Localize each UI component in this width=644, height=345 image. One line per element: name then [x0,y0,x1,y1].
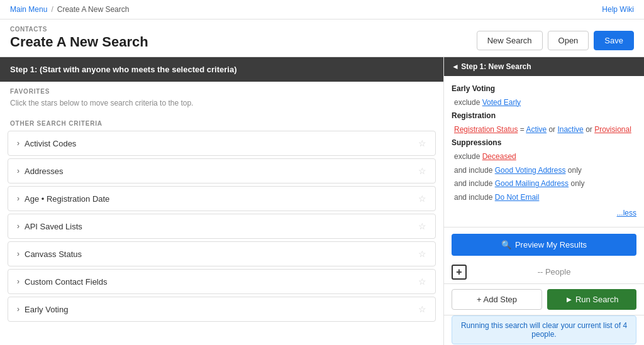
help-wiki-link[interactable]: Help Wiki [602,5,634,14]
favorites-label: FAVORITES [0,82,443,97]
criteria-item-left: › Activist Codes [17,139,76,148]
breadcrumb: Main Menu / Create A New Search [10,5,129,14]
criteria-item-left: › Early Voting [17,305,68,314]
good-mailing-address-link[interactable]: Good Mailing Address [495,179,569,188]
suppressions-group-label: Suppressions [452,136,636,150]
people-count: -- People [472,267,636,277]
chevron-icon: › [17,222,19,231]
criteria-item-left: › Canvass Status [17,249,82,259]
preview-results-label: Preview My Results [515,240,587,249]
step1-header-text: Step 1: (Start with anyone who meets the… [10,65,236,74]
top-nav: Main Menu / Create A New Search Help Wik… [0,0,644,19]
chevron-icon: › [17,305,19,314]
step1-right-header-text: ◄ Step 1: New Search [452,62,531,71]
criteria-item-custom-contact-fields[interactable]: › Custom Contact Fields ☆ [8,269,436,294]
chevron-icon: › [17,167,19,175]
criteria-summary: Early Voting exclude Voted Early Registr… [444,76,644,227]
early-voting-line: exclude Voted Early [452,96,636,110]
chevron-icon: › [17,139,19,148]
criteria-item-addresses[interactable]: › Addresses ☆ [8,158,436,183]
suppress-line1: exclude Deceased [452,150,636,164]
suppress-line2: and include Good Voting Address only [452,164,636,178]
star-icon[interactable]: ☆ [418,166,426,176]
early-voting-group-label: Early Voting [452,82,636,96]
criteria-item-left: › Age • Registration Date [17,194,109,204]
section-label: CONTACTS [10,26,148,33]
criteria-item-early-voting[interactable]: › Early Voting ☆ [8,297,436,322]
criteria-item-api-saved-lists[interactable]: › API Saved Lists ☆ [8,214,436,239]
do-not-email-link[interactable]: Do Not Email [495,193,540,202]
left-panel: Step 1: (Start with anyone who meets the… [0,57,444,345]
registration-status-link[interactable]: Registration Status [454,125,518,134]
star-icon[interactable]: ☆ [418,221,426,231]
inactive-link[interactable]: Inactive [557,125,583,134]
action-buttons: + Add Step ► Run Search [444,284,644,315]
criteria-label-text: Custom Contact Fields [25,277,108,287]
header-left: CONTACTS Create A New Search [10,26,148,50]
chevron-icon: › [17,249,19,258]
warning-message: Running this search will clear your curr… [452,315,636,344]
criteria-label-text: Activist Codes [25,139,76,148]
other-criteria-label: OTHER SEARCH CRITERIA [0,114,443,131]
right-panel: ◄ Step 1: New Search Early Voting exclud… [444,57,644,345]
criteria-label-text: Canvass Status [25,249,82,259]
criteria-item-left: › Custom Contact Fields [17,277,108,287]
breadcrumb-current: Create A New Search [57,5,130,14]
chevron-icon: › [17,194,19,203]
people-section: + -- People [444,261,644,284]
star-icon[interactable]: ☆ [418,277,426,287]
run-search-button[interactable]: ► Run Search [547,289,636,310]
less-link[interactable]: ...less [452,207,636,221]
preview-results-button[interactable]: 🔍 Preview My Results [452,234,636,256]
main-menu-link[interactable]: Main Menu [10,5,47,14]
header-buttons: New Search Open Save [477,31,634,50]
favorites-hint: Click the stars below to move search cri… [0,97,443,114]
search-icon: 🔍 [501,240,511,249]
star-icon[interactable]: ☆ [418,194,426,204]
criteria-label-text: Age • Registration Date [25,194,109,204]
page-header: CONTACTS Create A New Search New Search … [0,19,644,57]
criteria-label-text: Early Voting [25,305,68,314]
page-wrapper: Main Menu / Create A New Search Help Wik… [0,0,644,345]
criteria-item-canvass-status[interactable]: › Canvass Status ☆ [8,241,436,266]
criteria-label-text: API Saved Lists [25,222,82,231]
main-content: Step 1: (Start with anyone who meets the… [0,57,644,345]
criteria-item-age-reg[interactable]: › Age • Registration Date ☆ [8,186,436,211]
voted-early-link[interactable]: Voted Early [482,98,521,107]
criteria-item-activist-codes[interactable]: › Activist Codes ☆ [8,131,436,156]
active-link[interactable]: Active [526,125,547,134]
criteria-item-left: › API Saved Lists [17,222,82,231]
registration-group-label: Registration [452,109,636,123]
step1-right-header: ◄ Step 1: New Search [444,57,644,76]
step1-header: Step 1: (Start with anyone who meets the… [0,57,443,82]
breadcrumb-separator: / [51,5,53,14]
suppress-line3: and include Good Mailing Address only [452,177,636,191]
criteria-list: › Activist Codes ☆ › Addresses ☆ › [0,131,443,322]
good-voting-address-link[interactable]: Good Voting Address [495,166,566,175]
suppress-line4: and include Do Not Email [452,191,636,205]
registration-line: Registration Status = Active or Inactive… [452,123,636,137]
star-icon[interactable]: ☆ [418,304,426,314]
star-icon[interactable]: ☆ [418,138,426,148]
open-button[interactable]: Open [548,31,589,50]
add-step-button[interactable]: + Add Step [452,289,542,310]
provisional-link[interactable]: Provisional [594,125,631,134]
star-icon[interactable]: ☆ [418,249,426,259]
criteria-item-left: › Addresses [17,167,63,176]
save-button[interactable]: Save [594,31,634,50]
deceased-link[interactable]: Deceased [482,152,516,161]
criteria-label-text: Addresses [25,167,63,176]
page-title: Create A New Search [10,34,148,50]
chevron-icon: › [17,277,19,286]
add-step-icon[interactable]: + [452,265,467,280]
new-search-button[interactable]: New Search [477,31,543,50]
